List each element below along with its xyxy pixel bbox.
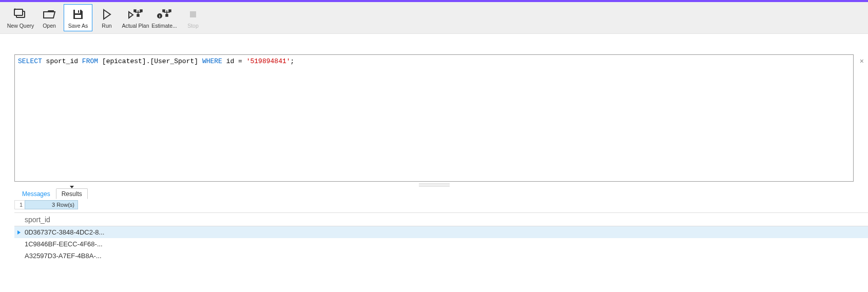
open-folder-icon (43, 7, 56, 22)
run-label: Run (102, 23, 111, 29)
svg-rect-9 (134, 10, 136, 12)
splitter-handle[interactable] (0, 182, 868, 188)
toolbar: New Query Open Save As Run (0, 2, 868, 34)
editor-area: × SELECT sport_id FROM [epicatest].[User… (0, 54, 868, 182)
svg-rect-17 (169, 10, 171, 12)
stop-label: Stop (187, 23, 199, 29)
tab-results-label: Results (62, 190, 82, 198)
grid-header-row: sport_id (14, 213, 868, 226)
current-row-marker-icon (17, 230, 21, 235)
result-status-row: 1 3 Row(s) (14, 200, 868, 209)
cell-sport-id[interactable]: 1C9846BF-EECC-4F68-... (24, 240, 103, 248)
status-sequence: 1 (14, 200, 25, 209)
sql-keyword: FROM (82, 57, 98, 65)
play-icon (102, 7, 112, 22)
results-grid: sport_id 0D36737C-3848-4DC2-8... 1C9846B… (14, 212, 868, 262)
svg-rect-1 (14, 9, 23, 15)
sql-keyword: SELECT (18, 57, 42, 65)
svg-text:i: i (159, 14, 160, 18)
open-label: Open (43, 23, 56, 29)
sql-text: sport_id (42, 57, 82, 65)
estimate-button[interactable]: i Estimate... (150, 4, 179, 31)
open-button[interactable]: Open (35, 4, 64, 31)
save-as-label: Save As (68, 23, 88, 29)
sql-string: '519894841' (246, 57, 291, 65)
table-row[interactable]: A32597D3-A7EF-4B8A-... (14, 250, 868, 262)
cell-sport-id[interactable]: A32597D3-A7EF-4B8A-... (24, 252, 102, 260)
sql-text: ; (291, 57, 295, 65)
svg-rect-11 (137, 14, 139, 16)
table-row[interactable]: 1C9846BF-EECC-4F68-... (14, 238, 868, 250)
actual-plan-icon (128, 7, 143, 22)
svg-rect-16 (163, 10, 165, 12)
sql-text: [epicatest].[User_Sport] (98, 57, 202, 65)
new-query-label: New Query (7, 23, 34, 29)
svg-rect-6 (75, 15, 81, 18)
new-query-icon (13, 7, 28, 22)
close-icon[interactable]: × (860, 57, 864, 65)
actual-plan-button[interactable]: Actual Plan (121, 4, 150, 31)
result-tabs: Messages Results (0, 188, 868, 199)
estimate-label: Estimate... (151, 23, 177, 29)
svg-rect-10 (140, 10, 142, 12)
svg-rect-18 (166, 14, 168, 16)
row-marker-gutter (14, 230, 24, 235)
tab-results[interactable]: Results (56, 188, 88, 199)
estimate-plan-icon: i (157, 7, 172, 22)
sql-text: id = (222, 57, 246, 65)
new-query-button[interactable]: New Query (6, 4, 35, 31)
sql-editor[interactable]: SELECT sport_id FROM [epicatest].[User_S… (14, 54, 854, 182)
run-button[interactable]: Run (92, 4, 121, 31)
table-row[interactable]: 0D36737C-3848-4DC2-8... (14, 226, 868, 238)
svg-rect-19 (190, 11, 196, 17)
actual-plan-label: Actual Plan (122, 23, 149, 29)
caret-down-icon (70, 186, 74, 188)
stop-icon (189, 7, 197, 22)
sql-keyword: WHERE (202, 57, 222, 65)
status-row-count: 3 Row(s) (25, 200, 78, 209)
save-as-button[interactable]: Save As (64, 4, 92, 31)
save-icon (72, 7, 84, 22)
cell-sport-id[interactable]: 0D36737C-3848-4DC2-8... (24, 228, 104, 236)
svg-rect-4 (75, 10, 80, 13)
svg-rect-5 (78, 10, 79, 13)
tab-messages[interactable]: Messages (16, 188, 56, 199)
column-header-sport-id[interactable]: sport_id (24, 216, 50, 224)
stop-button[interactable]: Stop (179, 4, 207, 31)
